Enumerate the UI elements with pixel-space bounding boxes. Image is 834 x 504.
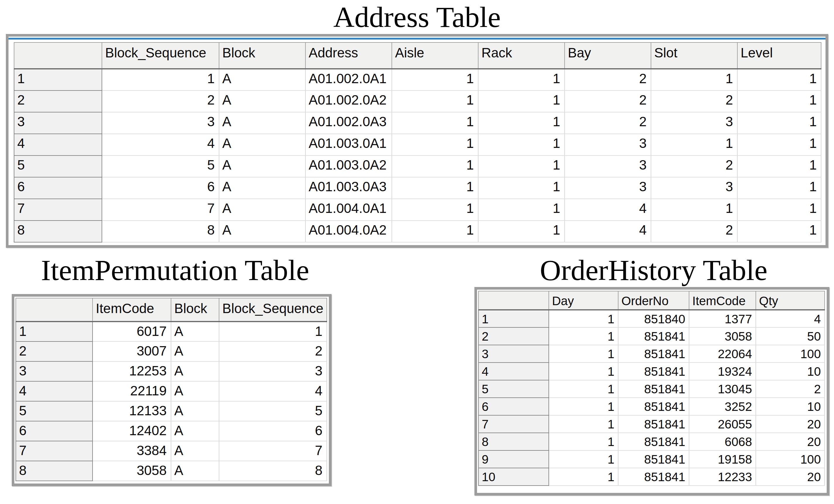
cell[interactable]: 1 xyxy=(478,155,565,177)
cell[interactable]: 6 xyxy=(102,177,219,199)
row-header-cell[interactable]: 9 xyxy=(479,451,549,468)
cell[interactable]: 5 xyxy=(219,401,327,421)
address-table[interactable]: Block_SequenceBlockAddressAisleRackBaySl… xyxy=(14,42,821,242)
cell[interactable]: A01.002.0A1 xyxy=(305,69,392,90)
cell[interactable]: 1 xyxy=(392,177,478,199)
cell[interactable]: 1 xyxy=(737,69,821,90)
order-history-table[interactable]: DayOrderNoItemCodeQty1185184013774218518… xyxy=(478,291,825,486)
column-header[interactable]: Day xyxy=(549,291,618,310)
cell[interactable]: 3007 xyxy=(92,342,171,361)
column-header[interactable]: Block xyxy=(171,298,219,322)
cell[interactable]: 13045 xyxy=(689,380,756,398)
cell[interactable]: 19324 xyxy=(689,363,756,380)
cell[interactable]: A01.003.0A2 xyxy=(305,155,392,177)
cell[interactable]: 1 xyxy=(549,345,618,363)
cell[interactable]: 1 xyxy=(549,310,618,327)
cell[interactable]: 1 xyxy=(392,134,478,155)
cell[interactable]: 19158 xyxy=(689,451,756,468)
cell[interactable]: 4 xyxy=(102,134,219,155)
row-header-cell[interactable]: 7 xyxy=(16,441,92,461)
row-header-cell[interactable]: 4 xyxy=(479,363,549,380)
cell[interactable]: A xyxy=(171,441,219,461)
row-header-cell[interactable]: 6 xyxy=(14,177,102,199)
row-header-cell[interactable]: 7 xyxy=(14,199,102,220)
cell[interactable]: 1 xyxy=(392,199,478,220)
row-header-cell[interactable]: 10 xyxy=(479,468,549,485)
column-header[interactable]: Level xyxy=(737,42,821,69)
cell[interactable]: A xyxy=(171,322,219,342)
column-header[interactable]: Address xyxy=(305,42,392,69)
cell[interactable]: 1 xyxy=(651,69,737,90)
row-header-cell[interactable]: 2 xyxy=(16,342,92,361)
cell[interactable]: 1 xyxy=(478,90,565,112)
cell[interactable]: 1377 xyxy=(689,310,756,327)
cell[interactable]: 1 xyxy=(737,90,821,112)
cell[interactable]: 1 xyxy=(392,112,478,134)
row-header-cell[interactable]: 1 xyxy=(479,310,549,327)
cell[interactable]: A xyxy=(171,461,219,481)
cell[interactable]: 26055 xyxy=(689,415,756,433)
cell[interactable]: A xyxy=(219,155,305,177)
row-header-cell[interactable]: 3 xyxy=(479,345,549,363)
row-header-cell[interactable]: 4 xyxy=(14,134,102,155)
cell[interactable]: 6 xyxy=(219,421,327,441)
row-header-cell[interactable]: 5 xyxy=(16,401,92,421)
cell[interactable]: 2 xyxy=(102,90,219,112)
cell[interactable]: 12233 xyxy=(689,468,756,485)
cell[interactable]: 2 xyxy=(651,220,737,242)
row-header-cell[interactable]: 3 xyxy=(16,361,92,381)
cell[interactable]: A xyxy=(171,401,219,421)
cell[interactable]: 1 xyxy=(478,134,565,155)
cell[interactable]: 20 xyxy=(756,468,825,485)
cell[interactable]: 10 xyxy=(756,363,825,380)
cell[interactable]: 5 xyxy=(102,155,219,177)
cell[interactable]: 3384 xyxy=(92,441,171,461)
cell[interactable]: A01.003.0A1 xyxy=(305,134,392,155)
cell[interactable]: 1 xyxy=(549,451,618,468)
column-header[interactable]: Qty xyxy=(756,291,825,310)
cell[interactable]: A xyxy=(219,134,305,155)
cell[interactable]: 851840 xyxy=(618,310,689,327)
cell[interactable]: A01.003.0A3 xyxy=(305,177,392,199)
cell[interactable]: 12253 xyxy=(92,361,171,381)
cell[interactable]: A xyxy=(171,421,219,441)
column-header[interactable]: Block_Sequence xyxy=(102,42,219,69)
cell[interactable]: 1 xyxy=(737,177,821,199)
cell[interactable]: 3 xyxy=(102,112,219,134)
cell[interactable]: 1 xyxy=(737,220,821,242)
column-header[interactable]: ItemCode xyxy=(92,298,171,322)
cell[interactable]: 8 xyxy=(219,461,327,481)
cell[interactable]: 851841 xyxy=(618,363,689,380)
cell[interactable]: 4 xyxy=(756,310,825,327)
row-header-cell[interactable]: 6 xyxy=(479,398,549,415)
cell[interactable]: 4 xyxy=(565,220,651,242)
cell[interactable]: A xyxy=(171,342,219,361)
cell[interactable]: 1 xyxy=(392,90,478,112)
cell[interactable]: 7 xyxy=(219,441,327,461)
row-header-cell[interactable]: 8 xyxy=(479,433,549,451)
row-header-cell[interactable]: 4 xyxy=(16,381,92,401)
cell[interactable]: 1 xyxy=(478,69,565,90)
cell[interactable]: A01.002.0A2 xyxy=(305,90,392,112)
column-header[interactable]: Slot xyxy=(651,42,737,69)
cell[interactable]: 50 xyxy=(756,327,825,345)
cell[interactable]: 6068 xyxy=(689,433,756,451)
cell[interactable]: A01.002.0A3 xyxy=(305,112,392,134)
cell[interactable]: 2 xyxy=(651,155,737,177)
column-header[interactable]: Block_Sequence xyxy=(219,298,327,322)
column-header[interactable]: Rack xyxy=(478,42,565,69)
cell[interactable]: 1 xyxy=(549,380,618,398)
row-header-cell[interactable]: 1 xyxy=(16,322,92,342)
cell[interactable]: 3 xyxy=(219,361,327,381)
cell[interactable]: A xyxy=(219,69,305,90)
cell[interactable]: 3058 xyxy=(689,327,756,345)
row-header-cell[interactable]: 8 xyxy=(14,220,102,242)
column-header[interactable]: OrderNo xyxy=(618,291,689,310)
cell[interactable]: 851841 xyxy=(618,451,689,468)
cell[interactable]: 1 xyxy=(392,155,478,177)
cell[interactable]: 2 xyxy=(219,342,327,361)
cell[interactable]: A xyxy=(219,90,305,112)
cell[interactable]: 1 xyxy=(392,220,478,242)
cell[interactable]: 2 xyxy=(565,69,651,90)
cell[interactable]: 1 xyxy=(478,112,565,134)
